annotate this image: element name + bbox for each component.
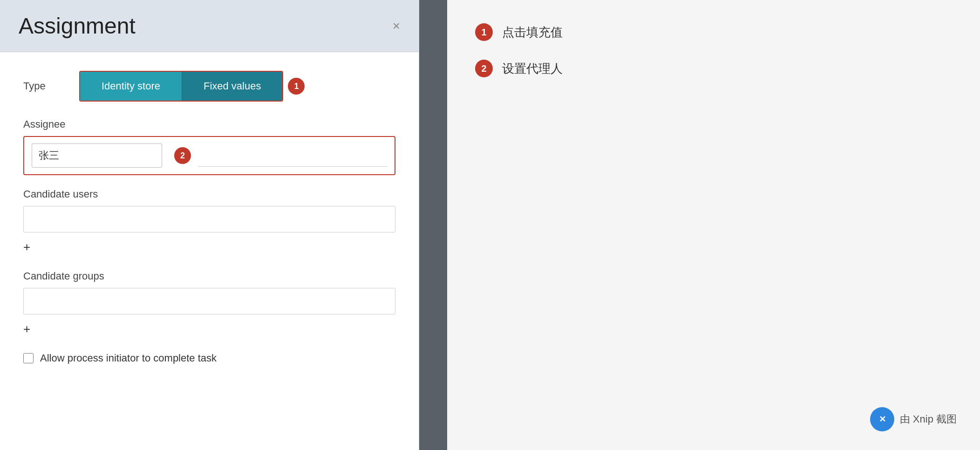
xnip-icon: ✕ <box>870 407 894 431</box>
assignee-name-input[interactable] <box>32 143 162 168</box>
candidate-users-label: Candidate users <box>23 188 395 200</box>
annotation-badge-2: 2 <box>475 60 493 77</box>
add-candidate-group-button[interactable]: + <box>23 319 30 339</box>
type-badge: 1 <box>288 78 305 95</box>
candidate-groups-label: Candidate groups <box>23 270 395 282</box>
candidate-users-input[interactable] <box>23 206 395 232</box>
fixed-values-button[interactable]: Fixed values <box>182 72 283 101</box>
svg-text:✕: ✕ <box>878 415 885 424</box>
allow-initiator-checkbox[interactable] <box>23 353 34 363</box>
candidate-groups-input[interactable] <box>23 288 395 314</box>
candidate-groups-section: Candidate groups + <box>23 270 395 339</box>
assignment-dialog: Assignment × Type Identity store Fixed v… <box>0 0 419 450</box>
annotation-badge-1: 1 <box>475 23 493 41</box>
annotation-item-2: 2 设置代理人 <box>475 60 952 77</box>
identity-store-button[interactable]: Identity store <box>80 72 182 101</box>
annotation-panel: 1 点击填充值 2 设置代理人 ✕ 由 Xnip 截图 <box>447 0 980 450</box>
dialog-header: Assignment × <box>0 0 419 52</box>
dark-sidebar <box>419 0 447 450</box>
assignee-section-label: Assignee <box>23 118 395 130</box>
type-button-group: Identity store Fixed values <box>79 71 283 102</box>
assignee-label: Assignee <box>23 118 395 130</box>
annotation-text-2: 设置代理人 <box>502 61 563 77</box>
assignee-wrapper: 2 <box>23 136 395 175</box>
assignee-extra-input[interactable] <box>198 144 387 167</box>
xnip-watermark: ✕ 由 Xnip 截图 <box>870 407 957 431</box>
assignee-row: 2 <box>32 143 387 168</box>
type-label: Type <box>23 80 79 92</box>
annotation-item-1: 1 点击填充值 <box>475 23 952 41</box>
checkbox-row: Allow process initiator to complete task <box>23 352 395 364</box>
dialog-body: Type Identity store Fixed values 1 Assig… <box>0 52 419 450</box>
candidate-users-section: Candidate users + <box>23 188 395 257</box>
xnip-text: 由 Xnip 截图 <box>900 412 957 426</box>
close-button[interactable]: × <box>393 20 400 33</box>
add-candidate-user-button[interactable]: + <box>23 237 30 257</box>
annotation-text-1: 点击填充值 <box>502 24 563 41</box>
dialog-title: Assignment <box>19 13 136 39</box>
allow-initiator-label[interactable]: Allow process initiator to complete task <box>40 352 217 364</box>
type-row: Type Identity store Fixed values 1 <box>23 71 395 102</box>
assignee-badge: 2 <box>174 147 191 164</box>
